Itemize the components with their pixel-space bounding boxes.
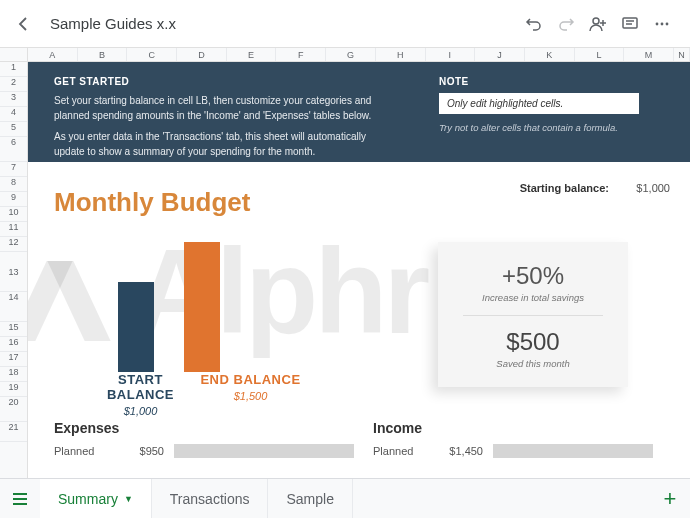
income-planned-bar [493,444,653,458]
col-G[interactable]: G [326,48,376,61]
end-balance-bar [184,242,220,372]
col-C[interactable]: C [127,48,177,61]
savings-card: +50% Increase in total savings $500 Save… [438,242,628,387]
expenses-heading: Expenses [54,420,354,436]
note-heading: NOTE [439,76,664,87]
chevron-down-icon: ▼ [124,494,133,504]
note-input-cell[interactable]: Only edit highlighted cells. [439,93,639,114]
col-D[interactable]: D [177,48,227,61]
tab-summary[interactable]: Summary▼ [40,479,152,518]
svg-point-0 [593,18,599,24]
col-N[interactable]: N [674,48,690,61]
undo-icon[interactable] [518,8,550,40]
sheet-tabs: Summary▼ Transactions Sample + [0,478,690,518]
spreadsheet-canvas[interactable]: GET STARTED Set your starting balance in… [28,62,690,478]
svg-point-4 [666,22,669,25]
redo-icon[interactable] [550,8,582,40]
svg-rect-1 [623,18,637,28]
expenses-planned-bar [174,444,354,458]
document-title[interactable]: Sample Guides x.x [50,15,176,32]
more-icon[interactable] [646,8,678,40]
tab-transactions[interactable]: Transactions [152,479,269,518]
get-started-heading: GET STARTED [54,76,399,87]
all-sheets-icon[interactable] [0,479,40,518]
share-add-person-icon[interactable] [582,8,614,40]
col-L[interactable]: L [575,48,625,61]
comment-icon[interactable] [614,8,646,40]
starting-balance-label: Starting balance: [520,182,609,194]
col-A[interactable]: A [28,48,78,61]
column-headers: A B C D E F G H I J K L M N [0,48,690,62]
tab-sample[interactable]: Sample [268,479,352,518]
start-balance-bar [118,282,154,372]
back-button[interactable] [12,12,36,36]
col-H[interactable]: H [376,48,426,61]
col-F[interactable]: F [276,48,326,61]
col-K[interactable]: K [525,48,575,61]
starting-balance-value[interactable]: $1,000 [620,182,670,194]
col-J[interactable]: J [475,48,525,61]
watermark: Alphr [28,222,426,360]
svg-point-3 [661,22,664,25]
col-I[interactable]: I [426,48,476,61]
add-sheet-button[interactable]: + [650,479,690,518]
svg-point-2 [656,22,659,25]
row-headers: 1 2 3 4 5 6 7 8 9 10 11 12 13 14 15 16 1… [0,62,28,478]
header-banner: GET STARTED Set your starting balance in… [28,62,690,162]
col-M[interactable]: M [624,48,674,61]
col-B[interactable]: B [78,48,128,61]
balance-bar-chart [118,242,220,372]
col-E[interactable]: E [227,48,277,61]
income-heading: Income [373,420,653,436]
page-title: Monthly Budget [54,187,250,218]
